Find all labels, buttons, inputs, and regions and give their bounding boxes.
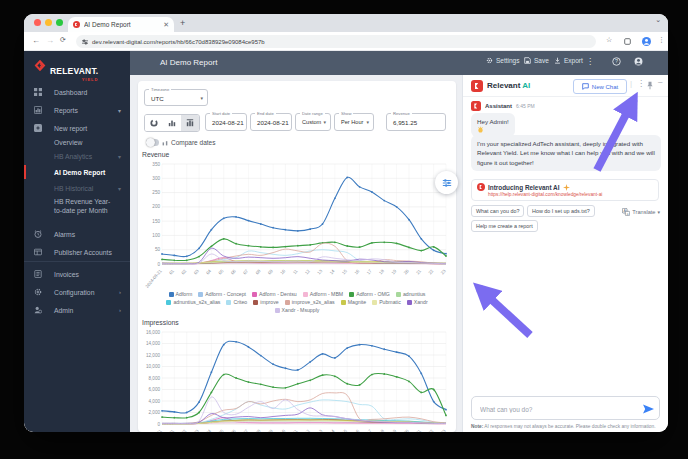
chat-bubble-icon <box>582 83 589 90</box>
window-zoom-button[interactable] <box>56 19 63 26</box>
legend-item[interactable]: Adform - OMG <box>349 291 390 297</box>
chat-input[interactable] <box>478 397 642 421</box>
chevron-down-icon: ▾ <box>366 119 369 125</box>
window-minimize-button[interactable] <box>45 19 52 26</box>
svg-text:08: 08 <box>255 428 262 432</box>
legend-swatch <box>275 308 280 313</box>
sidebar-item-reports[interactable]: Reports▾ <box>24 103 130 117</box>
svg-text:07: 07 <box>242 268 249 275</box>
legend-item[interactable]: Xandr <box>407 299 428 305</box>
save-button[interactable]: Save <box>524 57 549 64</box>
suggestion-chip[interactable]: What can you do? <box>471 205 524 217</box>
legend-item[interactable]: Criteo <box>226 299 247 305</box>
end-date-field[interactable]: End date 2024-08-21 <box>250 113 292 131</box>
sidebar-item-hb-analytics[interactable]: HB Analytics▾ <box>24 149 130 163</box>
legend-item[interactable]: Adform <box>169 291 193 297</box>
new-chat-button[interactable]: New Chat <box>573 79 627 94</box>
sidebar-item-dashboard[interactable]: Dashboard <box>24 85 130 99</box>
svg-text:2024-08-21: 2024-08-21 <box>144 428 163 432</box>
chart-settings-fab[interactable] <box>435 171 458 194</box>
legend-item[interactable]: Adform - Concept <box>198 291 246 297</box>
sidebar-item-ai-demo-report[interactable]: AI Demo Report <box>24 165 130 179</box>
profile-avatar-icon[interactable] <box>642 37 651 46</box>
account-icon <box>634 57 643 66</box>
tab-search-icon[interactable]: ⌄ <box>655 16 661 24</box>
assistant-message-bubble: I'm your specialized AdTech assistant, d… <box>471 135 661 171</box>
svg-text:06: 06 <box>230 428 237 432</box>
sidebar-item-admin[interactable]: Admin› <box>24 303 130 317</box>
bookmark-star-icon[interactable]: ☆ <box>606 36 612 44</box>
forward-icon[interactable]: → <box>46 36 54 45</box>
help-button[interactable]: ? <box>612 57 621 66</box>
export-button[interactable]: Export <box>554 57 583 64</box>
settings-button[interactable]: Settings <box>486 57 520 64</box>
minimize-chat-icon[interactable]: – <box>658 77 662 86</box>
tab-close-icon[interactable]: ✕ <box>163 21 169 28</box>
more-options-icon[interactable]: ⋮ <box>586 57 594 66</box>
show-select[interactable]: Show Per Hour ▾ <box>334 113 374 131</box>
account-button[interactable] <box>634 57 643 66</box>
date-range-select[interactable]: Date range Custom ▾ <box>295 113 331 131</box>
site-settings-icon <box>82 39 88 45</box>
sidebar-item-overview[interactable]: Overview <box>24 135 130 149</box>
sidebar-item-new-report[interactable]: New report <box>24 121 130 135</box>
stacked-chart-button[interactable] <box>181 115 199 131</box>
legend-item[interactable]: improve_s2s_alias <box>285 299 335 305</box>
address-bar[interactable]: dev.relevant-digital.com/reports/hb/66c7… <box>76 35 596 48</box>
legend-item[interactable]: improve <box>253 299 278 305</box>
suggestion-chip[interactable]: Help me create a report <box>471 220 538 232</box>
back-icon[interactable]: ← <box>32 36 40 45</box>
legend-item[interactable]: adnuntius <box>396 291 426 297</box>
revenue-chart[interactable]: 0501001502002503003502024-08-21010203040… <box>140 159 452 289</box>
pie-chart-button[interactable] <box>145 115 163 131</box>
legend-swatch <box>407 300 412 305</box>
browser-tab[interactable]: AI Demo Report ✕ <box>68 17 174 32</box>
svg-text:300: 300 <box>152 176 160 181</box>
legend-swatch <box>252 292 257 297</box>
desktop: { "browser": { "tab_title": "AI Demo Rep… <box>0 0 688 459</box>
send-icon[interactable] <box>643 404 654 414</box>
svg-text:22: 22 <box>427 428 434 432</box>
toggle-switch[interactable] <box>146 139 159 146</box>
legend-item[interactable]: adnuntius_s2s_alias <box>166 299 220 305</box>
new-tab-button[interactable]: + <box>180 18 185 28</box>
chart-legend: AdformAdform - ConceptAdform - DentsuAdf… <box>138 291 456 313</box>
svg-text:6,000: 6,000 <box>149 387 161 392</box>
legend-item[interactable]: Adform - MBM <box>303 291 343 297</box>
legend-item[interactable]: Adform - Dentsu <box>252 291 297 297</box>
sidebar-item-hb-historical[interactable]: HB Historical▾ <box>24 181 130 195</box>
suggestion-chip[interactable]: How do I set up ads.txt? <box>527 205 595 217</box>
sidebar-item-publisher-accounts[interactable]: Publisher Accounts <box>24 245 130 259</box>
legend-item[interactable]: Magnite <box>341 299 366 305</box>
window-close-button[interactable] <box>34 19 41 26</box>
brand-logo[interactable]: RELEVANT. YIELD <box>34 60 98 82</box>
timezone-select[interactable]: Timezone UTC ▾ <box>144 89 208 106</box>
sidebar-item-invoices[interactable]: Invoices <box>24 267 130 281</box>
svg-text:20: 20 <box>403 268 410 275</box>
sidebar-item-alarms[interactable]: Alarms <box>24 227 130 241</box>
impressions-chart[interactable]: 02,0004,0006,0008,00010,00012,00014,0001… <box>140 327 452 432</box>
impressions-chart-title: Impressions <box>142 319 179 326</box>
revenue-metric-field[interactable]: Revenue 6,951.25 <box>386 113 446 131</box>
browser-menu-icon[interactable]: ⋮ <box>658 36 665 44</box>
svg-text:20: 20 <box>403 428 410 432</box>
translate-dropdown[interactable]: Aa Translate ▾ <box>622 208 660 216</box>
svg-text:11: 11 <box>292 428 299 432</box>
pin-icon[interactable] <box>646 81 654 90</box>
legend-item[interactable]: Xandr - Msupply <box>275 307 320 313</box>
chat-menu-icon[interactable]: ⋮ <box>637 79 645 88</box>
relevant-logo-icon <box>34 60 47 71</box>
extensions-icon[interactable] <box>624 38 631 45</box>
compare-dates-toggle[interactable]: Compare dates <box>146 139 215 146</box>
svg-text:2024-08-21: 2024-08-21 <box>144 268 163 289</box>
knowledge-card[interactable]: Introducing Relevant AI https://help.rel… <box>471 179 659 201</box>
legend-item[interactable]: Pubmatic <box>372 299 401 305</box>
browser-window: AI Demo Report ✕ + ⌄ ← → ⟳ dev.relevant-… <box>24 14 668 432</box>
legend-swatch <box>349 292 354 297</box>
sidebar-item-hb-revenue-year-to-date-per-month[interactable]: HB Revenue Year-to-date per Month <box>24 197 130 217</box>
start-date-field[interactable]: Start date 2024-08-21 <box>205 113 247 131</box>
reload-icon[interactable]: ⟳ <box>60 36 66 44</box>
sidebar-item-configuration[interactable]: Configuration› <box>24 285 130 299</box>
knowledge-card-link[interactable]: https://help.relevant-digital.com/knowle… <box>488 192 653 197</box>
bar-chart-button[interactable] <box>163 115 181 131</box>
